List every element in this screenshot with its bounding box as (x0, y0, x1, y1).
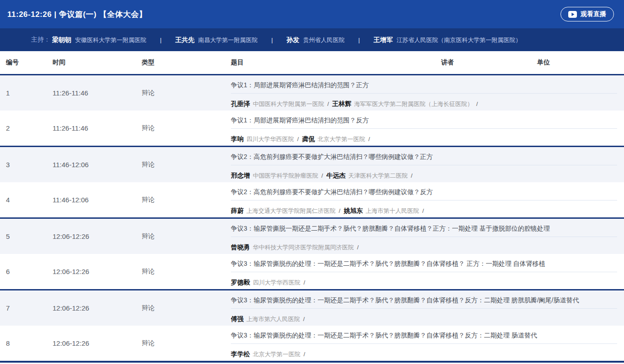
row-type: 辩论 (142, 75, 231, 111)
table-row: 411:46-12:06辩论争议2：高危前列腺癌要不要做扩大淋巴结清扫？哪些病例… (0, 182, 624, 217)
speaker-name: 李响 (231, 135, 244, 142)
row-number: 5 (6, 219, 53, 254)
speaker-separator: / (327, 100, 329, 107)
table-row: 612:06-12:26辩论争议3：输尿管撕脱伤的处理：一期还是二期手术？肠代？… (0, 254, 624, 289)
watch-live-label: 观看直播 (581, 10, 606, 18)
speaker-affiliation: 上海市第十人民医院 (366, 207, 419, 214)
watch-live-button[interactable]: 观看直播 (560, 7, 614, 21)
speaker-affiliation: 上海市第六人民医院 (246, 316, 300, 322)
speaker-name: 李学松 (231, 350, 250, 358)
moderator-name: 梁朝朝 (52, 36, 71, 43)
speaker-name: 邢念增 (231, 172, 250, 179)
row-number: 7 (6, 290, 53, 326)
session-title: 11:26-12:26 | 争议篇(一) 【全体大会】 (7, 9, 147, 20)
topic-divider (231, 343, 617, 344)
session-header: 11:26-12:26 | 争议篇(一) 【全体大会】 观看直播 (0, 0, 624, 28)
speaker-separator: / (422, 207, 424, 214)
speaker-name: 龚侃 (302, 135, 315, 142)
moderator-name: 王增军 (373, 36, 393, 43)
row-number: 2 (6, 111, 53, 146)
topic-cell: 争议3：输尿管撕脱一期还是二期手术？肠代？膀胱翻瓣？自体肾移植？正方：一期处理 … (231, 219, 624, 254)
table-row: 712:06-12:26辩论争议3：输尿管撕脱伤的处理：一期还是二期手术？肠代？… (0, 290, 624, 326)
speaker-line: 薛蔚上海交通大学医学院附属仁济医院/姚旭东上海市第十人民医院/ (231, 206, 617, 215)
row-time: 11:46-12:06 (53, 182, 142, 217)
topic-cell: 争议1：局部进展期肾癌淋巴结清扫的范围？正方孔垂泽中国医科大学附属第一医院/王林… (231, 75, 624, 111)
column-header-affiliation: 单位 (537, 58, 624, 67)
speaker-affiliation: 中国医科大学附属第一医院 (253, 100, 324, 107)
topic-title: 争议1：局部进展期肾癌淋巴结清扫的范围？正方 (231, 81, 617, 89)
topic-cell: 争议3：输尿管撕脱伤的处理：一期还是二期手术？肠代？膀胱翻瓣？自体肾移植？ 正方… (231, 254, 624, 289)
topic-title: 争议3：输尿管撕脱一期还是二期手术？肠代？膀胱翻瓣？自体肾移植？正方：一期处理 … (231, 225, 617, 232)
speaker-line: 傅强上海市第六人民医院/ (231, 315, 617, 323)
row-type: 辩论 (142, 147, 231, 182)
row-time: 12:06-12:26 (53, 326, 142, 361)
moderator-list: 梁朝朝安徽医科大学第一附属医院|王共先南昌大学第一附属医院|孙发贵州省人民医院|… (52, 36, 521, 44)
row-time: 12:06-12:26 (53, 290, 142, 326)
moderator-label: 主持： (31, 36, 50, 44)
speaker-affiliation: 华中科技大学同济医学院附属同济医院 (253, 244, 354, 251)
row-time: 11:46-12:06 (53, 147, 142, 182)
column-header-topic: 题目 (231, 58, 441, 67)
speaker-name: 孔垂泽 (231, 100, 250, 107)
speaker-name: 王林辉 (332, 100, 352, 107)
topic-cell: 争议2：高危前列腺癌要不要做扩大淋巴结清扫？哪些病例建议做？正方邢念增中国医学科… (231, 147, 624, 182)
row-type: 辩论 (142, 219, 231, 254)
table-row: 211:26-11:46辩论争议1：局部进展期肾癌淋巴结清扫的范围？反方李响四川… (0, 111, 624, 146)
column-header-time: 时间 (53, 58, 142, 67)
row-type: 辩论 (142, 254, 231, 289)
speaker-line: 曾晓勇华中科技大学同济医学院附属同济医院/ (231, 243, 617, 252)
topic-cell: 争议2：高危前列腺癌要不要做扩大淋巴结清扫？哪些病例建议做？反方薛蔚上海交通大学… (231, 182, 624, 217)
speaker-separator: / (304, 279, 305, 286)
speaker-affiliation: 北京大学第一医院 (253, 351, 300, 358)
row-time: 11:26-11:46 (53, 75, 142, 111)
speaker-line: 邢念增中国医学科学院肿瘤医院/牛远杰天津医科大学第二医院/ (231, 171, 617, 180)
row-type: 辩论 (142, 326, 231, 361)
speaker-affiliation: 四川大学华西医院 (253, 279, 300, 286)
schedule-rows: 111:26-11:46辩论争议1：局部进展期肾癌淋巴结清扫的范围？正方孔垂泽中… (0, 74, 624, 363)
topic-divider (231, 308, 617, 309)
column-header-no: 编号 (6, 58, 53, 67)
speaker-affiliation: 北京大学第一医院 (318, 136, 365, 142)
table-row: 111:26-11:46辩论争议1：局部进展期肾癌淋巴结清扫的范围？正方孔垂泽中… (0, 75, 624, 111)
speaker-name: 薛蔚 (231, 207, 244, 214)
topic-cell: 争议3：输尿管撕脱伤的处理：一期还是二期手术？肠代？膀胱翻瓣？自体肾移植？反方：… (231, 290, 624, 326)
row-number: 8 (6, 326, 53, 361)
topic-cell: 争议1：局部进展期肾癌淋巴结清扫的范围？反方李响四川大学华西医院/龚侃北京大学第… (231, 111, 624, 146)
row-number: 1 (6, 75, 53, 111)
speaker-separator: / (339, 207, 341, 214)
play-icon (568, 11, 577, 18)
moderator-affiliation: 贵州省人民医院 (303, 37, 345, 43)
table-row: 512:06-12:26辩论争议3：输尿管撕脱一期还是二期手术？肠代？膀胱翻瓣？… (0, 219, 624, 254)
topic-divider (231, 272, 617, 272)
table-header: 编号 时间 类型 题目 讲者 单位 (0, 51, 624, 74)
moderator-affiliation: 江苏省人民医院（南京医科大学第一附属医院） (396, 37, 521, 43)
topic-title: 争议1：局部进展期肾癌淋巴结清扫的范围？反方 (231, 116, 617, 124)
speaker-separator: / (297, 136, 299, 142)
column-header-type: 类型 (142, 58, 231, 67)
speaker-name: 牛远杰 (326, 172, 346, 179)
speaker-name: 罗德毅 (231, 279, 250, 286)
speaker-affiliation: 天津医科大学第二医院 (348, 172, 408, 179)
row-time: 12:06-12:26 (53, 219, 142, 254)
row-type: 辩论 (142, 111, 231, 146)
table-bottom-line (0, 361, 624, 363)
moderator-affiliation: 安徽医科大学第一附属医院 (75, 37, 146, 43)
row-number: 3 (6, 147, 53, 182)
speaker-line: 罗德毅四川大学华西医院/ (231, 278, 617, 287)
topic-divider (231, 165, 617, 165)
speaker-affiliation: 四川大学华西医院 (246, 136, 294, 142)
table-row: 311:46-12:06辩论争议2：高危前列腺癌要不要做扩大淋巴结清扫？哪些病例… (0, 147, 624, 182)
moderator-separator: | (358, 37, 360, 43)
speaker-name: 傅强 (231, 315, 244, 322)
topic-title: 争议3：输尿管撕脱伤的处理：一期还是二期手术？肠代？膀胱翻瓣？自体肾移植？反方：… (231, 296, 617, 304)
speaker-separator: / (411, 172, 413, 179)
column-header-speaker: 讲者 (441, 58, 537, 67)
topic-title: 争议2：高危前列腺癌要不要做扩大淋巴结清扫？哪些病例建议做？反方 (231, 188, 617, 195)
speaker-separator: / (476, 100, 478, 107)
moderator-separator: | (271, 37, 272, 43)
topic-title: 争议2：高危前列腺癌要不要做扩大淋巴结清扫？哪些病例建议做？正方 (231, 153, 617, 160)
speaker-separator: / (368, 136, 370, 142)
speaker-name: 姚旭东 (344, 207, 363, 214)
row-type: 辩论 (142, 290, 231, 326)
moderator-affiliation: 南昌大学第一附属医院 (198, 37, 257, 43)
